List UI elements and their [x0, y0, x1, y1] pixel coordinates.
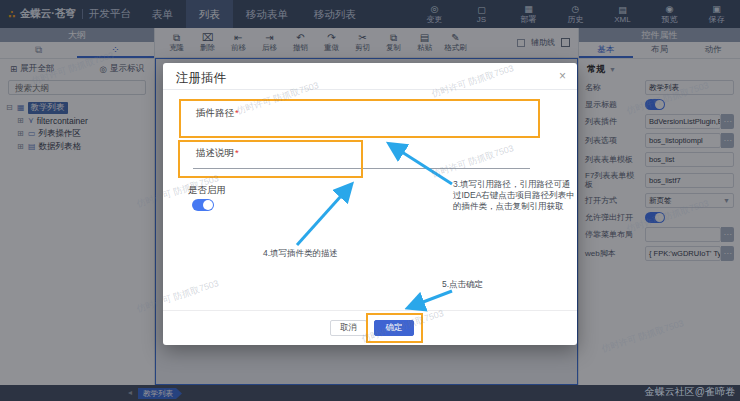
dialog-title: 注册插件 — [176, 70, 226, 87]
required-mark: * — [235, 107, 239, 118]
arrow-step5 — [410, 291, 452, 307]
description-input[interactable] — [193, 168, 530, 169]
divider — [163, 310, 577, 311]
annotation-step5: 5.点击确定 — [442, 279, 483, 290]
plugin-path-input[interactable] — [193, 119, 533, 135]
close-icon[interactable]: × — [559, 69, 566, 83]
cancel-button[interactable]: 取消 — [330, 320, 367, 336]
arrow-step4 — [297, 186, 350, 245]
annotation-step3: 3.填写引用路径，引用路径可通过IDEA右键点击项目路径列表中的插件类，点击复制… — [453, 179, 577, 212]
enable-label: 是否启用 — [188, 184, 226, 197]
divider — [163, 89, 577, 90]
description-label: 描述说明* — [196, 147, 239, 160]
required-mark: * — [235, 147, 239, 158]
enable-toggle[interactable] — [192, 199, 214, 211]
community-credit: 金蝶云社区@雀啼卷 — [645, 385, 735, 399]
app-window: ∴ 金蝶云·苍穹 开发平台 表单 列表 移动表单 移动列表 ◎变更 ▢JS ▦部… — [0, 0, 740, 401]
register-plugin-dialog: 注册插件 × 插件路径* 描述说明* 是否启用 取消 确定 — [163, 63, 577, 345]
arrow-step3 — [391, 145, 452, 184]
annotation-step4: 4.填写插件类的描述 — [263, 248, 338, 259]
confirm-button[interactable]: 确定 — [374, 320, 414, 336]
